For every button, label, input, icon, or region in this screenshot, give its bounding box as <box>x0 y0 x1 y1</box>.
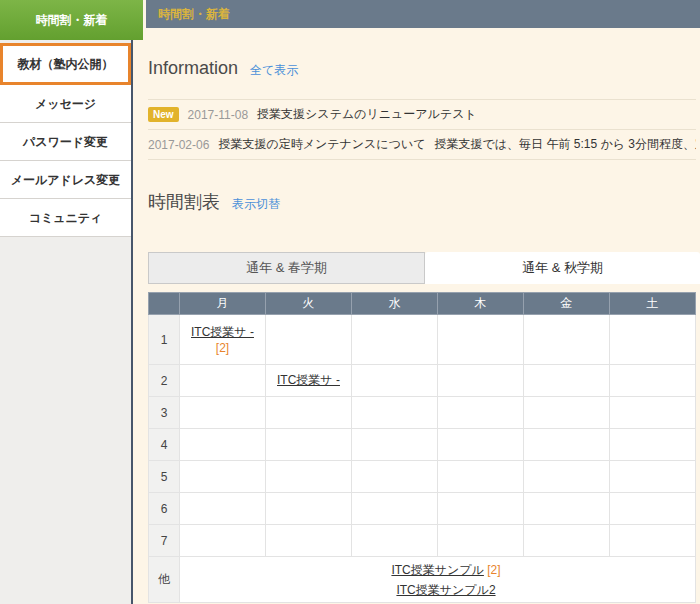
timetable-cell <box>266 315 352 365</box>
sidebar-item-messages[interactable]: メッセージ <box>0 85 131 123</box>
period-label: 4 <box>149 429 180 461</box>
app-window: 時間割・新着 教材（塾内公開） メッセージ パスワード変更 メールアドレス変更 … <box>0 0 700 604</box>
sidebar: 時間割・新着 教材（塾内公開） メッセージ パスワード変更 メールアドレス変更 … <box>0 0 133 604</box>
timetable-cell <box>438 365 524 397</box>
timetable-row: 1 ITC授業サ - [2] <box>149 315 696 365</box>
day-header-sat: 土 <box>610 293 696 315</box>
timetable-table: 月 火 水 木 金 土 1 ITC授業サ - <box>148 292 696 603</box>
timetable-other-row: 他 ITC授業サンプル [2] ITC授業サンプル2 <box>149 557 696 603</box>
timetable-header-row: 月 火 水 木 金 土 <box>149 293 696 315</box>
period-label: 3 <box>149 397 180 429</box>
day-header-fri: 金 <box>524 293 610 315</box>
sidebar-item-community[interactable]: コミュニティ <box>0 199 131 237</box>
news-date: 2017-11-08 <box>188 108 249 122</box>
sidebar-item-change-email[interactable]: メールアドレス変更 <box>0 161 131 199</box>
course-link[interactable]: ITC授業サ - <box>191 325 254 339</box>
day-header-thu: 木 <box>438 293 524 315</box>
sidebar-item-timetable-news[interactable]: 時間割・新着 <box>0 0 143 40</box>
information-section-header: Information 全て表示 <box>148 58 696 79</box>
timetable-cell <box>266 461 352 493</box>
timetable-cell <box>524 397 610 429</box>
information-heading: Information <box>148 58 238 79</box>
day-header-wed: 水 <box>352 293 438 315</box>
toggle-view-link[interactable]: 表示切替 <box>232 196 280 213</box>
timetable-cell <box>610 429 696 461</box>
sidebar-item-change-password[interactable]: パスワード変更 <box>0 123 131 161</box>
view-all-link[interactable]: 全て表示 <box>250 62 298 79</box>
timetable-cell <box>524 315 610 365</box>
timetable-cell <box>352 397 438 429</box>
semester-tabs: 通年 & 春学期 通年 & 秋学期 <box>148 252 700 284</box>
period-label: 7 <box>149 525 180 557</box>
timetable-cell <box>524 461 610 493</box>
timetable-row: 6 <box>149 493 696 525</box>
timetable-other-cell: ITC授業サンプル [2] ITC授業サンプル2 <box>180 557 696 603</box>
timetable-cell <box>610 315 696 365</box>
news-title-link[interactable]: 授業支援システムのリニューアルテスト <box>257 106 477 123</box>
timetable-corner-cell <box>149 293 180 315</box>
timetable-heading: 時間割表 <box>148 190 220 214</box>
timetable-cell <box>180 429 266 461</box>
timetable-cell <box>266 429 352 461</box>
timetable-cell <box>180 493 266 525</box>
timetable-cell <box>610 493 696 525</box>
timetable-cell <box>266 525 352 557</box>
timetable-row: 2 ITC授業サ - <box>149 365 696 397</box>
main-content: Information 全て表示 New 2017-11-08 授業支援システム… <box>148 58 696 603</box>
period-label: 1 <box>149 315 180 365</box>
timetable-section-header: 時間割表 表示切替 <box>148 190 696 214</box>
timetable-cell <box>352 429 438 461</box>
timetable-cell: ITC授業サ - [2] <box>180 315 266 365</box>
period-label: 6 <box>149 493 180 525</box>
timetable-row: 7 <box>149 525 696 557</box>
sidebar-item-materials[interactable]: 教材（塾内公開） <box>0 43 131 85</box>
main-area: 時間割・新着 Information 全て表示 New 2017-11-08 授… <box>133 0 700 604</box>
period-label: 2 <box>149 365 180 397</box>
timetable-row: 3 <box>149 397 696 429</box>
timetable-cell <box>352 365 438 397</box>
timetable-cell <box>438 397 524 429</box>
timetable-cell <box>524 525 610 557</box>
period-label: 5 <box>149 461 180 493</box>
timetable-cell <box>610 525 696 557</box>
timetable-cell <box>180 525 266 557</box>
tab-spring-semester[interactable]: 通年 & 春学期 <box>148 252 425 284</box>
course-count-link[interactable]: [2] <box>487 563 500 577</box>
timetable-cell <box>524 493 610 525</box>
timetable-cell <box>352 493 438 525</box>
timetable-cell <box>352 461 438 493</box>
course-link[interactable]: ITC授業サンプル <box>391 563 483 577</box>
timetable-cell <box>610 397 696 429</box>
timetable-cell <box>352 525 438 557</box>
timetable-cell <box>180 461 266 493</box>
news-row: New 2017-11-08 授業支援システムのリニューアルテスト <box>148 100 696 130</box>
timetable-cell <box>524 365 610 397</box>
news-title-link[interactable]: 授業支援の定時メンテナンスについて <box>218 136 425 153</box>
timetable-cell <box>266 397 352 429</box>
day-header-tue: 火 <box>266 293 352 315</box>
news-date: 2017-02-06 <box>148 138 209 152</box>
course-count-link[interactable]: [2] <box>216 341 229 355</box>
timetable-cell <box>180 365 266 397</box>
timetable-cell <box>352 315 438 365</box>
timetable-cell <box>610 461 696 493</box>
day-header-mon: 月 <box>180 293 266 315</box>
period-label-other: 他 <box>149 557 180 603</box>
tab-fall-semester[interactable]: 通年 & 秋学期 <box>425 252 700 284</box>
timetable-cell <box>438 315 524 365</box>
timetable-cell <box>438 525 524 557</box>
page-header-bar: 時間割・新着 <box>146 0 700 28</box>
timetable-cell <box>180 397 266 429</box>
timetable-cell <box>438 429 524 461</box>
new-badge: New <box>148 107 179 122</box>
timetable-cell: ITC授業サ - <box>266 365 352 397</box>
news-preview-text: 授業支援では、毎日 午前 5:15 から 3分間程度、定時メン... <box>434 136 696 153</box>
timetable-cell <box>524 429 610 461</box>
timetable-wrapper: 月 火 水 木 金 土 1 ITC授業サ - <box>148 292 696 603</box>
course-link[interactable]: ITC授業サンプル2 <box>396 583 495 597</box>
timetable-row: 4 <box>149 429 696 461</box>
news-row: 2017-02-06 授業支援の定時メンテナンスについて 授業支援では、毎日 午… <box>148 130 696 160</box>
page-title: 時間割・新着 <box>158 7 230 21</box>
timetable-cell <box>266 493 352 525</box>
course-link[interactable]: ITC授業サ - <box>277 373 340 387</box>
